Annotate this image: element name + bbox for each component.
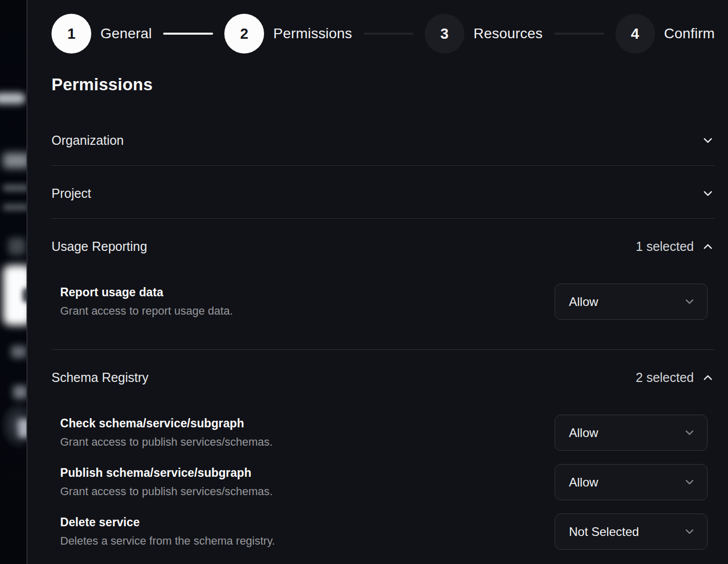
blurred-sidebar-item (3, 153, 28, 168)
chevron-down-icon (701, 134, 715, 147)
selected-option: Allow (569, 475, 598, 490)
chevron-down-icon (683, 476, 696, 489)
step-label: Confirm (664, 25, 715, 42)
step-confirm[interactable]: 4 Confirm (615, 14, 715, 54)
step-number: 3 (440, 25, 449, 42)
chevron-down-icon (683, 295, 696, 308)
chevron-down-icon (683, 426, 696, 439)
section-header-schema-registry[interactable]: Schema Registry 2 selected (51, 350, 715, 402)
permission-name: Report usage data (60, 286, 233, 299)
permission-row-publish-schema: Publish schema/service/subgraph Grant ac… (60, 464, 708, 500)
permission-name: Delete service (60, 516, 275, 529)
step-number-badge: 1 (51, 14, 91, 54)
blurred-sidebar-item (18, 419, 28, 438)
selected-option: Allow (569, 295, 598, 309)
permission-select-check-schema[interactable]: Allow (555, 415, 708, 451)
step-number-badge: 2 (224, 14, 264, 54)
permission-name: Check schema/service/subgraph (60, 417, 273, 430)
section-title: Organization (51, 133, 124, 148)
step-label: Resources (474, 25, 543, 42)
step-number: 4 (631, 25, 639, 42)
step-connector (554, 33, 604, 35)
chevron-up-icon (701, 371, 715, 384)
blurred-sidebar-item (3, 204, 28, 211)
background-sidebar (0, 0, 28, 564)
blurred-sidebar-item (0, 93, 25, 104)
blurred-sidebar-item (11, 346, 27, 358)
section-project: Project (51, 166, 715, 219)
blurred-sidebar-item (3, 185, 28, 191)
permission-select-publish-schema[interactable]: Allow (555, 464, 708, 500)
chevron-down-icon (683, 525, 696, 538)
step-permissions[interactable]: 2 Permissions (224, 14, 352, 54)
step-connector (163, 33, 213, 35)
step-connector (363, 33, 413, 35)
selected-count: 2 selected (636, 370, 694, 385)
step-resources[interactable]: 3 Resources (425, 14, 543, 54)
permission-row-report-usage-data: Report usage data Grant access to report… (60, 284, 708, 320)
create-token-wizard: 1 General 2 Permissions 3 Resources (0, 0, 728, 564)
step-general[interactable]: 1 General (51, 14, 152, 54)
step-number: 2 (240, 25, 248, 42)
wizard-stepper: 1 General 2 Permissions 3 Resources (51, 14, 715, 54)
permission-description: Grant access to publish services/schemas… (60, 485, 273, 498)
section-title: Usage Reporting (51, 239, 147, 254)
section-header-project[interactable]: Project (51, 166, 715, 218)
chevron-up-icon (701, 240, 715, 253)
chevron-down-icon (701, 187, 715, 200)
permission-select-report-usage-data[interactable]: Allow (555, 284, 708, 320)
section-header-usage-reporting[interactable]: Usage Reporting 1 selected (51, 219, 715, 271)
step-number: 1 (67, 25, 75, 42)
selected-option: Allow (569, 426, 598, 440)
section-title: Schema Registry (51, 370, 148, 385)
selected-count: 1 selected (636, 239, 694, 254)
permission-description: Grant access to publish services/schemas… (60, 435, 273, 449)
section-schema-registry: Schema Registry 2 selected Check schema/… (51, 350, 715, 564)
blurred-sidebar-card-glyph (22, 288, 28, 302)
permission-name: Publish schema/service/subgraph (60, 466, 273, 480)
step-label: Permissions (273, 25, 352, 42)
section-title: Project (51, 186, 91, 201)
blurred-sidebar-item (8, 238, 25, 255)
permission-row-delete-service: Delete service Deletes a service from th… (60, 514, 708, 550)
step-number-badge: 4 (615, 14, 655, 54)
permission-row-check-schema: Check schema/service/subgraph Grant acce… (60, 415, 708, 451)
blurred-sidebar-item (13, 386, 28, 399)
step-label: General (100, 25, 152, 42)
step-number-badge: 3 (425, 14, 464, 54)
permission-description: Grant access to report usage data. (60, 304, 233, 318)
wizard-panel: 1 General 2 Permissions 3 Resources (29, 0, 728, 564)
selected-option: Not Selected (569, 525, 639, 539)
page-title: Permissions (51, 75, 715, 94)
permission-select-delete-service[interactable]: Not Selected (555, 514, 708, 550)
section-organization: Organization (51, 113, 715, 166)
section-usage-reporting: Usage Reporting 1 selected Report usage … (51, 219, 715, 350)
section-header-organization[interactable]: Organization (51, 113, 715, 165)
permission-description: Deletes a service from the schema regist… (60, 534, 275, 548)
